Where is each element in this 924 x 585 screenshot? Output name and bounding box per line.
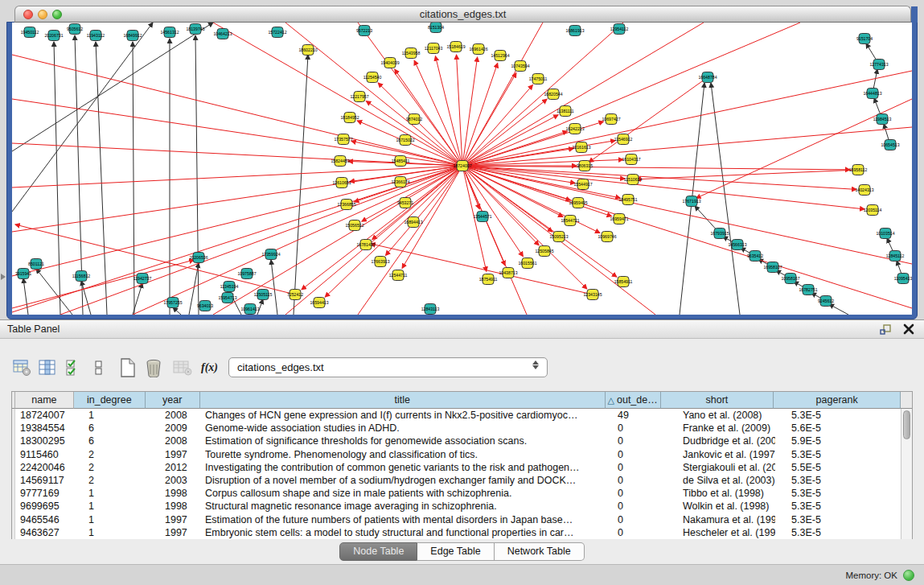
network-node[interactable]: 12117043 <box>425 43 443 54</box>
network-node[interactable]: 12954112 <box>610 24 629 35</box>
table-cell[interactable]: 5.3E-5 <box>775 487 902 500</box>
network-node[interactable]: 15056512 <box>345 220 363 231</box>
network-node[interactable]: 14024313 <box>855 185 873 196</box>
network-node[interactable]: 9505612 <box>67 24 83 35</box>
table-cell[interactable]: Wolkin et al. (1998) <box>662 500 775 513</box>
network-node[interactable]: 11345194 <box>220 282 239 292</box>
column-header-pagerank[interactable]: pagerank <box>774 392 901 409</box>
table-row[interactable]: 911546021997Tourette syndrome. Phenomeno… <box>12 448 912 461</box>
network-node[interactable]: 9635412 <box>747 251 763 262</box>
network-node[interactable]: 10961413 <box>240 304 259 315</box>
network-node[interactable]: 16104317 <box>622 154 640 165</box>
network-node[interactable]: 11381111 <box>556 106 574 117</box>
network-node[interactable]: 10103514 <box>876 229 894 239</box>
table-cell[interactable]: 0 <box>606 500 662 513</box>
table-cell[interactable]: 5.6E-5 <box>775 422 902 435</box>
vertical-scrollbar[interactable] <box>901 409 912 539</box>
network-node[interactable]: 10654513 <box>881 140 899 150</box>
network-node[interactable]: 17663913 <box>371 257 389 267</box>
table-cell[interactable]: Corpus callosum shape and size in male p… <box>200 487 606 500</box>
network-node[interactable]: 19450112 <box>21 27 39 38</box>
column-header-name[interactable]: name <box>15 392 74 409</box>
network-node[interactable]: 16648784 <box>698 72 717 83</box>
network-node[interactable]: 15722412 <box>268 27 286 38</box>
new-document-icon[interactable] <box>117 357 138 378</box>
table-cell[interactable]: 2 <box>74 474 146 487</box>
table-cell[interactable]: Tibbo et al. (1998) <box>662 487 775 500</box>
network-node[interactable]: 12366174 <box>391 177 409 187</box>
table-cell[interactable]: 2009 <box>146 422 200 435</box>
table-cell[interactable]: 2008 <box>146 435 200 447</box>
network-node[interactable]: 12343145 <box>583 290 602 300</box>
table-cell[interactable]: Estimation of the future numbers of pati… <box>200 513 606 526</box>
network-node[interactable]: 18139745 <box>186 24 204 35</box>
network-node[interactable]: 16959495 <box>569 198 587 208</box>
table-cell[interactable]: 6 <box>74 422 146 435</box>
network-node[interactable]: 11254540 <box>363 72 382 83</box>
table-cell[interactable]: 9777169 <box>15 487 74 500</box>
table-row[interactable]: 969969511998Structural magnetic resonanc… <box>12 500 912 513</box>
table-cell[interactable]: 19384554 <box>15 422 74 435</box>
table-cell[interactable]: 49 <box>606 409 662 422</box>
network-node[interactable]: 14561312 <box>160 27 179 38</box>
table-cell[interactable]: 2 <box>74 461 146 474</box>
select-columns-icon[interactable] <box>37 357 58 378</box>
delete-trash-icon[interactable] <box>143 357 164 378</box>
network-window-titlebar[interactable]: citations_edges.txt <box>14 6 911 23</box>
table-cell[interactable]: 0 <box>606 513 662 526</box>
network-node[interactable]: 12610651 <box>332 178 351 188</box>
column-header-in_degree[interactable]: in_degree <box>74 392 146 409</box>
network-node[interactable]: 12505845 <box>535 246 553 257</box>
table-cell[interactable]: Franke et al. (2009) <box>662 422 775 435</box>
network-node[interactable]: 15184619 <box>446 42 465 52</box>
column-header-short[interactable]: short <box>661 392 774 409</box>
network-node[interactable]: 17359924 <box>261 249 280 260</box>
table-cell[interactable]: 0 <box>606 474 662 487</box>
float-panel-icon[interactable] <box>880 324 892 339</box>
table-settings-icon[interactable] <box>11 357 32 378</box>
column-header-out_de[interactable]: △out_de… <box>606 392 661 409</box>
table-cell[interactable]: Disruption of a novel member of a sodium… <box>200 474 606 487</box>
close-window-button[interactable] <box>23 10 33 19</box>
network-node[interactable]: 12035114 <box>864 205 882 216</box>
network-node[interactable]: 11943112 <box>87 31 105 41</box>
table-cell[interactable]: 1998 <box>146 500 200 513</box>
network-node[interactable]: 10975887 <box>237 269 256 279</box>
network-node[interactable]: 11543958 <box>402 48 421 59</box>
network-node[interactable]: 10743594 <box>511 61 529 72</box>
table-cell[interactable]: Tourette syndrome. Phenomenology and cla… <box>200 448 606 461</box>
table-row[interactable]: 1830029562008Estimation of significance … <box>12 435 912 447</box>
network-node[interactable]: 16959471 <box>610 214 628 225</box>
table-cell[interactable]: 0 <box>606 526 662 539</box>
table-cell[interactable]: 9699695 <box>15 500 74 513</box>
table-cell[interactable]: Investigating the contribution of common… <box>200 461 606 474</box>
table-cell[interactable]: 9465546 <box>15 513 74 526</box>
table-cell[interactable]: 0 <box>606 435 662 447</box>
table-row[interactable]: 946362711997Embryonic stem cells: a mode… <box>12 526 912 539</box>
network-canvas[interactable]: 18724007 11254540 12217957 18184952 1735… <box>12 23 912 315</box>
network-node[interactable]: 12544711 <box>389 270 408 281</box>
network-node[interactable]: 9874012 <box>406 114 422 125</box>
network-node[interactable]: 14512964 <box>491 51 509 61</box>
table-cell[interactable]: 5.5E-5 <box>775 461 902 474</box>
network-node[interactable]: 7252412 <box>287 290 303 300</box>
table-row[interactable]: 977716911998Corpus callosum shape and si… <box>12 487 912 500</box>
network-node[interactable]: 16793915 <box>710 229 729 239</box>
network-node[interactable]: 15824453 <box>331 156 349 167</box>
table-cell[interactable]: 2012 <box>146 461 200 474</box>
table-cell[interactable]: 5.9E-5 <box>775 435 902 447</box>
table-cell[interactable]: Genome-wide association studies in ADHD. <box>200 422 606 435</box>
network-node[interactable]: 12774313 <box>869 60 888 70</box>
table-cell[interactable]: Nakamura et al. (1997) <box>662 513 775 526</box>
network-node[interactable]: 8151304 <box>428 23 444 33</box>
network-node[interactable]: 9151704 <box>856 34 873 44</box>
table-cell[interactable]: Dudbridge et al. (2008) <box>662 435 775 447</box>
merge-rows-icon[interactable] <box>88 357 109 378</box>
network-node[interactable]: 10697427 <box>602 114 620 125</box>
table-cell[interactable]: 0 <box>606 487 662 500</box>
table-cell[interactable]: 6 <box>74 435 146 447</box>
close-panel-icon[interactable] <box>903 323 914 338</box>
table-cell[interactable]: 14569117 <box>15 474 74 487</box>
function-builder-icon[interactable]: f(x) <box>201 361 218 374</box>
network-node[interactable]: 13544571 <box>473 212 491 222</box>
